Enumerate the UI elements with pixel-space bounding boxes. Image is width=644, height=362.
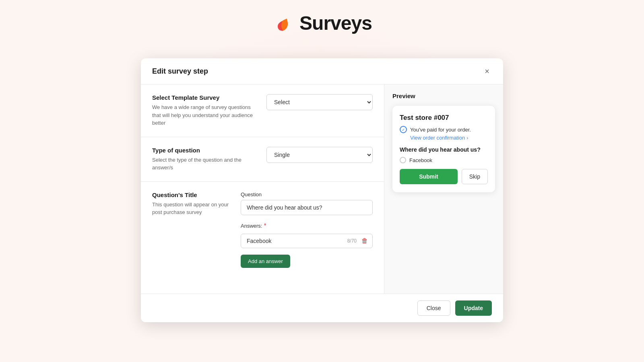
update-button[interactable]: Update — [455, 300, 492, 316]
template-description: We have a wide range of survey questions… — [152, 103, 258, 127]
add-answer-button[interactable]: Add an answer — [241, 255, 290, 268]
question-title-inner: Question's Title This question will appe… — [152, 191, 373, 268]
template-row: Select Template Survey We have a wide ra… — [152, 94, 373, 127]
modal-close-button[interactable]: × — [482, 66, 492, 76]
question-type-description: Select the type of the question and the … — [152, 156, 258, 172]
app-header: Surveys — [272, 12, 372, 34]
question-title-description: This question will appear on your post p… — [152, 201, 233, 216]
modal-title: Edit survey step — [152, 67, 208, 76]
radio-icon-0 — [400, 157, 406, 163]
question-type-left: Type of question Select the type of the … — [152, 147, 258, 172]
question-title-right: Question Answers: * 8 — [241, 191, 373, 268]
modal-wrapper: Edit survey step × Select Template Surve… — [141, 58, 503, 322]
answer-row-0: 8/70 🗑 — [241, 234, 373, 248]
preview-title: Preview — [392, 93, 495, 99]
preview-submit-button[interactable]: Submit — [400, 169, 458, 184]
question-type-select[interactable]: Single Multiple Text — [266, 147, 373, 163]
question-type-label: Type of question — [152, 147, 258, 154]
template-right: Select Option 1 Option 2 — [266, 94, 373, 110]
answer-input-wrap-0: 8/70 🗑 — [241, 234, 373, 248]
preview-skip-button[interactable]: Skip — [462, 169, 488, 184]
answers-label: Answers: — [241, 223, 262, 229]
preview-actions: Submit Skip — [400, 169, 488, 184]
template-label: Select Template Survey — [152, 94, 258, 101]
preview-store-name: Test store #007 — [400, 114, 488, 122]
template-select[interactable]: Select Option 1 Option 2 — [266, 94, 373, 110]
preview-option-0: Facebook — [400, 157, 488, 163]
app-logo-icon — [272, 13, 293, 34]
question-type-right: Single Multiple Text — [266, 147, 373, 163]
edit-survey-modal: Edit survey step × Select Template Surve… — [141, 58, 503, 322]
modal-footer: Close Update — [141, 294, 503, 322]
answer-count-0: 8/70 — [347, 238, 357, 244]
question-type-section: Type of question Select the type of the … — [141, 137, 384, 182]
preview-panel: Preview Test store #007 ✓ You've paid fo… — [384, 84, 503, 294]
preview-order-link[interactable]: View order confirmation › — [410, 135, 488, 141]
delete-answer-button-0[interactable]: 🗑 — [360, 236, 369, 246]
question-title-section: Question's Title This question will appe… — [141, 182, 384, 278]
template-left: Select Template Survey We have a wide ra… — [152, 94, 258, 127]
question-title-label: Question's Title — [152, 191, 233, 198]
preview-question: Where did you hear about us? — [400, 146, 488, 153]
preview-card: Test store #007 ✓ You've paid for your o… — [392, 106, 495, 192]
question-field-label: Question — [241, 191, 373, 197]
preview-paid-text: You've paid for your order. — [410, 127, 471, 133]
answers-container: Answers: * 8/70 🗑 — [241, 222, 373, 268]
question-title-left: Question's Title This question will appe… — [152, 191, 233, 268]
modal-body: Select Template Survey We have a wide ra… — [141, 84, 503, 294]
check-circle-icon: ✓ — [400, 126, 407, 133]
required-star: * — [264, 222, 266, 230]
preview-option-text-0: Facebook — [409, 157, 432, 163]
close-button[interactable]: Close — [417, 300, 450, 316]
question-text-input[interactable] — [241, 200, 373, 215]
form-panel: Select Template Survey We have a wide ra… — [141, 84, 384, 294]
preview-confirmation-row: ✓ You've paid for your order. — [400, 126, 488, 133]
app-title: Surveys — [299, 12, 372, 34]
question-type-row: Type of question Select the type of the … — [152, 147, 373, 172]
modal-header: Edit survey step × — [141, 58, 503, 84]
template-section: Select Template Survey We have a wide ra… — [141, 84, 384, 137]
